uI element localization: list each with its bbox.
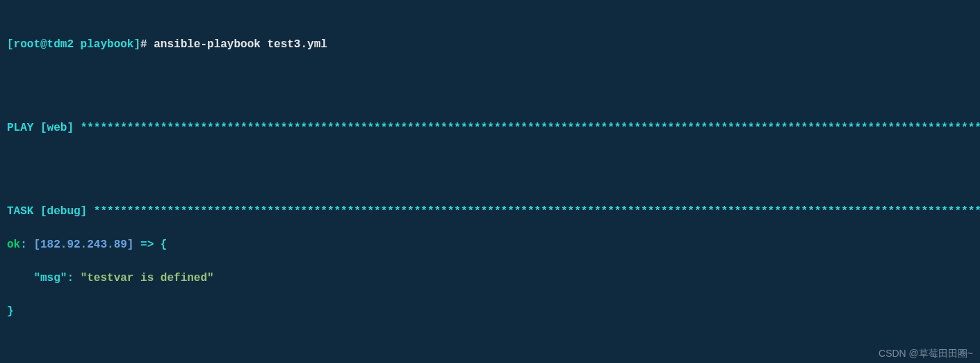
task-header: TASK [debug] ***************************… (7, 203, 973, 220)
task-ok-line: ok: [182.92.243.89] => { (7, 236, 973, 253)
blank-line (7, 337, 973, 353)
play-header: PLAY [web] *****************************… (7, 120, 973, 136)
blank-line (7, 70, 973, 86)
msg-value: "testvar is defined" (81, 272, 214, 284)
task-msg-line: "msg": "testvar is defined" (7, 270, 973, 287)
prompt-hash: # (140, 38, 154, 51)
watermark: CSDN @草莓田田圈~ (879, 345, 973, 362)
play-label: PLAY [web] (7, 122, 81, 134)
prompt-user-host: [root@tdm2 playbook] (7, 38, 140, 51)
play-stars: ****************************************… (81, 122, 980, 134)
task-stars: ****************************************… (94, 205, 980, 218)
command-text[interactable]: ansible-playbook test3.yml (154, 38, 327, 51)
ok-prefix: ok (7, 239, 20, 251)
task-label: TASK [debug] (7, 205, 94, 218)
task-close-line: } (7, 303, 973, 320)
terminal-output: [root@tdm2 playbook]# ansible-playbook t… (0, 0, 980, 363)
prompt-line: [root@tdm2 playbook]# ansible-playbook t… (7, 36, 973, 53)
host-ip: [182.92.243.89] (33, 239, 133, 251)
blank-line (7, 153, 973, 170)
